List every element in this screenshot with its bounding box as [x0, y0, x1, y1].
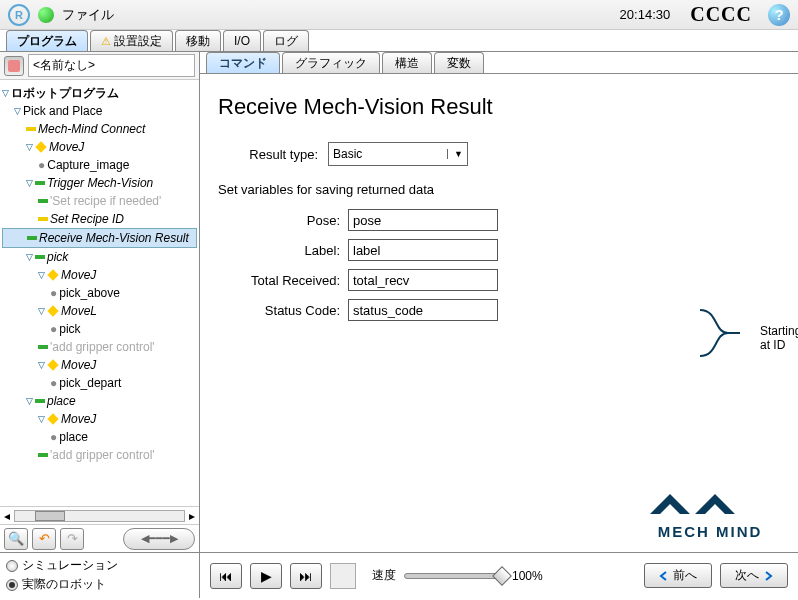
tab-graphics[interactable]: グラフィック — [282, 52, 380, 73]
forward-button[interactable]: ⏭ — [290, 563, 322, 589]
status-input[interactable] — [348, 299, 498, 321]
help-icon[interactable]: ? — [768, 4, 790, 26]
page-title: Receive Mech-Vision Result — [218, 94, 780, 120]
pose-input[interactable] — [348, 209, 498, 231]
undo-button[interactable]: ↶ — [32, 528, 56, 550]
speed-value: 100% — [512, 569, 543, 583]
chevron-down-icon: ▼ — [447, 149, 463, 159]
real-radio[interactable]: 実際のロボット — [6, 576, 193, 593]
stop-button[interactable] — [330, 563, 356, 589]
command-content: Receive Mech-Vision Result Result type: … — [200, 74, 798, 552]
step-nav[interactable]: ◀━━━▶ — [123, 528, 195, 550]
clock: 20:14:30 — [620, 7, 671, 22]
globe-icon — [38, 7, 54, 23]
label-input[interactable] — [348, 239, 498, 261]
tab-program[interactable]: プログラム — [6, 30, 88, 51]
tab-structure[interactable]: 構造 — [382, 52, 432, 73]
total-label: Total Received: — [218, 273, 348, 288]
cccc-indicator: CCCC — [690, 3, 752, 26]
result-type-label: Result type: — [218, 147, 328, 162]
prev-button[interactable]: 前へ — [644, 563, 712, 588]
sim-radio[interactable]: シミュレーション — [6, 557, 193, 574]
ur-logo: R — [8, 4, 30, 26]
speed-label: 速度 — [372, 567, 396, 584]
label-label: Label: — [218, 243, 348, 258]
file-menu[interactable]: ファイル — [62, 6, 114, 24]
warning-icon: ⚠ — [101, 35, 111, 48]
play-button[interactable]: ▶ — [250, 563, 282, 589]
h-scrollbar[interactable] — [14, 510, 185, 522]
tree-item-receive-result: Receive Mech-Vision Result — [2, 228, 197, 248]
speed-slider[interactable] — [404, 573, 504, 579]
tab-io[interactable]: I/O — [223, 30, 261, 51]
section-label: Set variables for saving returned data — [218, 182, 780, 197]
sub-tabs: コマンド グラフィック 構造 変数 — [200, 52, 798, 74]
tab-install[interactable]: ⚠設置設定 — [90, 30, 173, 51]
mechmind-logo: MECH MIND — [640, 490, 780, 540]
result-type-combo[interactable]: Basic ▼ — [328, 142, 468, 166]
bracket-connector — [700, 306, 740, 360]
program-name-field[interactable]: <名前なし> — [28, 54, 195, 77]
tab-move[interactable]: 移動 — [175, 30, 221, 51]
redo-button[interactable]: ↷ — [60, 528, 84, 550]
rewind-button[interactable]: ⏮ — [210, 563, 242, 589]
main-tabs: プログラム ⚠設置設定 移動 I/O ログ — [0, 30, 798, 52]
tab-variables[interactable]: 変数 — [434, 52, 484, 73]
top-bar: R ファイル 20:14:30 CCCC ? — [0, 0, 798, 30]
start-id-label: Starting at ID — [760, 324, 798, 352]
left-panel: <名前なし> ▽ ロボットプログラム ▽ Pick and Place Mech… — [0, 52, 200, 552]
tab-log[interactable]: ログ — [263, 30, 309, 51]
search-button[interactable]: 🔍 — [4, 528, 28, 550]
tab-command[interactable]: コマンド — [206, 52, 280, 73]
program-tree[interactable]: ▽ ロボットプログラム ▽ Pick and Place Mech-Mind C… — [0, 80, 199, 506]
next-button[interactable]: 次へ — [720, 563, 788, 588]
save-icon[interactable] — [4, 56, 24, 76]
pose-label: Pose: — [218, 213, 348, 228]
total-input[interactable] — [348, 269, 498, 291]
status-label: Status Code: — [218, 303, 348, 318]
